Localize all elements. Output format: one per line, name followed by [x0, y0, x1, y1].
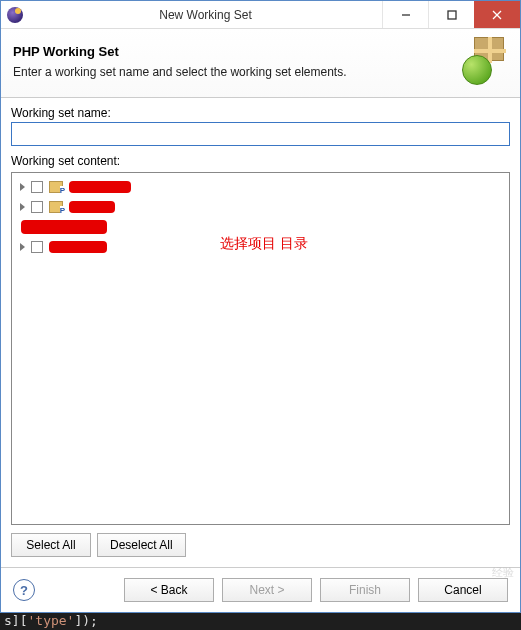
tree-item[interactable]	[14, 217, 507, 237]
dialog-header: PHP Working Set Enter a working set name…	[1, 29, 520, 98]
eclipse-icon	[7, 7, 23, 23]
help-button[interactable]: ?	[13, 579, 35, 601]
tree-item[interactable]	[14, 197, 507, 217]
help-icon: ?	[20, 583, 28, 598]
minimize-icon	[401, 10, 411, 20]
close-button[interactable]	[474, 1, 520, 28]
header-title: PHP Working Set	[13, 44, 452, 59]
window-title: New Working Set	[29, 8, 382, 22]
maximize-icon	[447, 10, 457, 20]
project-icon	[49, 201, 63, 213]
checkbox[interactable]	[31, 181, 43, 193]
select-all-button[interactable]: Select All	[11, 533, 91, 557]
dialog-footer: ? < Back Next > Finish Cancel	[1, 567, 520, 612]
cancel-button[interactable]: Cancel	[418, 578, 508, 602]
finish-button: Finish	[320, 578, 410, 602]
next-button: Next >	[222, 578, 312, 602]
back-button[interactable]: < Back	[124, 578, 214, 602]
redacted-label	[21, 220, 107, 234]
editor-background-fragment: s]['type']);	[0, 613, 521, 630]
close-icon	[492, 10, 502, 20]
name-label: Working set name:	[11, 106, 510, 120]
window-controls	[382, 1, 520, 28]
working-set-icon	[460, 37, 508, 85]
tree-item[interactable]	[14, 237, 507, 257]
minimize-button[interactable]	[382, 1, 428, 28]
project-icon	[49, 181, 63, 193]
maximize-button[interactable]	[428, 1, 474, 28]
expand-icon[interactable]	[20, 203, 25, 211]
expand-icon[interactable]	[20, 183, 25, 191]
working-set-content-tree[interactable]: 选择项目 目录	[11, 172, 510, 525]
selection-buttons: Select All Deselect All	[11, 533, 510, 557]
deselect-all-button[interactable]: Deselect All	[97, 533, 186, 557]
content-label: Working set content:	[11, 154, 510, 168]
tree-item[interactable]	[14, 177, 507, 197]
checkbox[interactable]	[31, 241, 43, 253]
expand-icon[interactable]	[20, 243, 25, 251]
dialog-body: Working set name: 名字随意 Working set conte…	[1, 98, 520, 567]
header-description: Enter a working set name and select the …	[13, 65, 452, 79]
checkbox[interactable]	[31, 201, 43, 213]
working-set-name-input[interactable]	[11, 122, 510, 146]
redaction-stroke	[83, 181, 113, 183]
redacted-label	[49, 241, 107, 253]
titlebar[interactable]: New Working Set	[1, 1, 520, 29]
dialog-window: New Working Set PHP Working Set Enter a …	[0, 0, 521, 613]
redacted-label	[69, 201, 115, 213]
svg-rect-1	[448, 11, 456, 19]
